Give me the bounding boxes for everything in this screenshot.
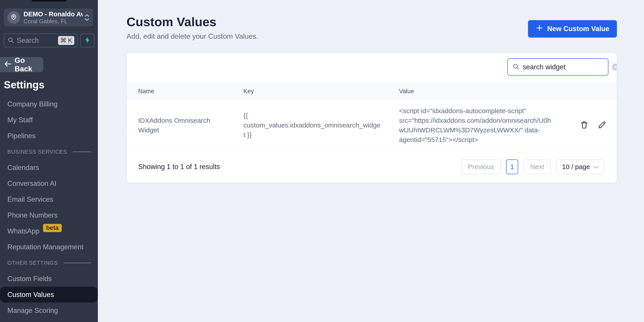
table-row: IDXAddons Omnisearch Widget {{ custom_va…: [127, 100, 617, 151]
sidebar-item-my-staff[interactable]: My Staff: [0, 112, 98, 128]
page-header: Custom Values Add, edit and delete your …: [126, 0, 617, 40]
arrow-left-icon: [4, 60, 12, 69]
page-title: Custom Values: [126, 15, 258, 29]
clear-search-icon[interactable]: [612, 63, 617, 71]
new-custom-value-label: New Custom Value: [547, 25, 609, 33]
column-header-value: Value: [399, 88, 570, 95]
page-size-select[interactable]: 10 / page: [556, 160, 604, 174]
app-root: DEMO - Ronaldo Ave... Coral Gables, FL S…: [0, 0, 644, 322]
settings-nav: Company Billing My Staff Pipelines BUSIN…: [0, 96, 98, 319]
page-subtitle: Add, edit and delete your Custom Values.: [126, 32, 258, 40]
sidebar-item-conversation-ai[interactable]: Conversation AI: [0, 175, 98, 191]
previous-page-button[interactable]: Previous: [461, 160, 501, 174]
pagination: Previous 1 Next 10 / page: [461, 160, 604, 174]
account-info: DEMO - Ronaldo Ave... Coral Gables, FL: [24, 10, 83, 25]
quick-actions-button[interactable]: [80, 33, 94, 47]
chevron-down-icon: [593, 163, 598, 171]
sidebar-item-calendars[interactable]: Calendars: [0, 160, 98, 175]
row-key-cell: {{ custom_values.idxaddons_omnisearch_wi…: [244, 104, 399, 146]
sidebar-item-email-services[interactable]: Email Services: [0, 191, 98, 207]
settings-sidebar: DEMO - Ronaldo Ave... Coral Gables, FL S…: [0, 0, 98, 322]
sidebar-item-label: Calendars: [8, 164, 39, 172]
main-content: Custom Values Add, edit and delete your …: [98, 0, 644, 322]
search-icon: [512, 63, 520, 71]
sidebar-item-label: My Staff: [8, 116, 33, 124]
sidebar-item-manage-scoring[interactable]: Manage Scoring: [0, 303, 98, 319]
row-name-cell: IDXAddons Omnisearch Widget: [127, 109, 244, 141]
sidebar-item-pipelines[interactable]: Pipelines: [0, 128, 98, 144]
sidebar-item-whatsapp[interactable]: WhatsAppbeta: [0, 223, 98, 239]
go-back-label: Go Back: [14, 56, 43, 73]
sidebar-item-phone-numbers[interactable]: Phone Numbers: [0, 207, 98, 223]
keyboard-shortcut-badge: ⌘ K: [58, 36, 74, 45]
column-header-name: Name: [127, 88, 244, 95]
beta-badge: beta: [43, 224, 62, 232]
edit-button[interactable]: [597, 119, 608, 131]
card-toolbar: [127, 53, 617, 83]
sidebar-item-label: Manage Scoring: [8, 307, 58, 315]
sidebar-item-label: Company Billing: [8, 100, 58, 108]
sidebar-item-company-billing[interactable]: Company Billing: [0, 96, 98, 112]
page-number-button[interactable]: 1: [506, 160, 518, 174]
row-value-cell: <script id="idxaddons-autocomplete-scrip…: [399, 100, 570, 151]
location-pin-icon: [10, 13, 18, 22]
table-search-input[interactable]: [523, 63, 612, 71]
sidebar-search-input[interactable]: Search ⌘ K: [4, 33, 78, 47]
section-divider: [64, 263, 91, 263]
sidebar-search-row: Search ⌘ K: [4, 33, 94, 47]
new-custom-value-button[interactable]: New Custom Value: [528, 20, 617, 37]
search-icon: [8, 37, 14, 44]
table-search-field: [508, 58, 608, 76]
sidebar-heading: Settings: [4, 79, 44, 91]
section-business-services: BUSINESS SERVICES: [0, 144, 98, 160]
account-switcher[interactable]: DEMO - Ronaldo Ave... Coral Gables, FL: [4, 8, 93, 26]
sidebar-item-label: Phone Numbers: [8, 211, 58, 219]
chevron-up-down-icon[interactable]: [84, 14, 89, 21]
sidebar-item-label: Email Services: [8, 195, 53, 203]
top-black-bar: [32, 0, 66, 1]
table-footer: Showing 1 to 1 of 1 results Previous 1 N…: [127, 151, 617, 182]
section-other-settings: OTHER SETTINGS: [0, 255, 98, 271]
section-divider: [73, 152, 91, 152]
page-title-block: Custom Values Add, edit and delete your …: [126, 15, 258, 40]
sidebar-item-label: Reputation Management: [8, 243, 84, 251]
column-header-key: Key: [244, 88, 399, 95]
row-actions: [570, 119, 617, 131]
sidebar-item-label: WhatsApp: [8, 227, 40, 235]
next-page-button[interactable]: Next: [524, 160, 551, 174]
plus-icon: [536, 24, 543, 33]
sidebar-item-label: Custom Values: [8, 291, 54, 299]
search-placeholder: Search: [17, 36, 58, 44]
account-name: DEMO - Ronaldo Ave...: [24, 10, 83, 18]
trash-icon: [580, 120, 589, 130]
lightning-icon: [84, 36, 91, 44]
avatar: [8, 11, 20, 24]
sidebar-item-custom-values[interactable]: Custom Values: [0, 287, 98, 303]
account-location: Coral Gables, FL: [24, 18, 83, 25]
sidebar-item-custom-fields[interactable]: Custom Fields: [0, 271, 98, 287]
sidebar-item-label: Pipelines: [8, 132, 36, 140]
section-label: OTHER SETTINGS: [8, 260, 58, 266]
delete-button[interactable]: [579, 119, 590, 131]
page-size-label: 10 / page: [562, 163, 590, 171]
sidebar-item-label: Conversation AI: [8, 179, 56, 188]
pencil-icon: [598, 120, 606, 130]
table-header-row: Name Key Value: [127, 83, 617, 100]
section-label: BUSINESS SERVICES: [8, 149, 67, 155]
results-summary: Showing 1 to 1 of 1 results: [138, 163, 220, 171]
sidebar-item-reputation-management[interactable]: Reputation Management: [0, 239, 98, 255]
custom-values-card: Name Key Value IDXAddons Omnisearch Widg…: [126, 53, 617, 183]
go-back-button[interactable]: Go Back: [0, 57, 43, 72]
sidebar-item-label: Custom Fields: [8, 275, 52, 283]
